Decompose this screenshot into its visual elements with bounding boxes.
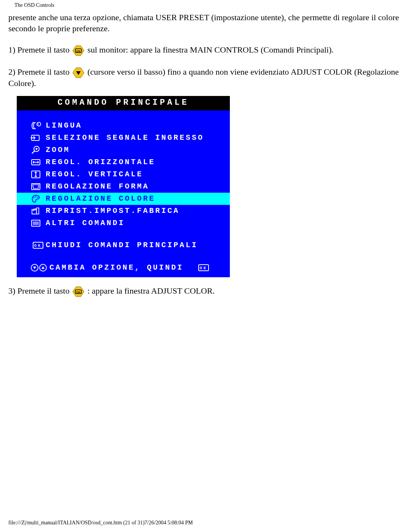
svg-line-11 <box>32 151 35 153</box>
page-header-title: The OSD Controls <box>14 2 54 8</box>
ok-button-icon: OK <box>72 45 84 56</box>
osd-item-label: ZOOM <box>46 145 226 155</box>
osd-body: ? LINGUA SELEZIONE SEGNALE INGRESSO <box>17 110 230 277</box>
language-icon: ? <box>30 121 46 130</box>
horizontal-adjust-icon <box>30 158 46 167</box>
step-3-post: : appare la finestra ADJUST COLOR. <box>88 286 215 296</box>
osd-item-extra[interactable]: ALTRI COMANDI <box>17 217 230 229</box>
step-1: 1) Premete il tasto OK sul monitor: appa… <box>8 45 403 56</box>
osd-item-input-signal[interactable]: SELEZIONE SEGNALE INGRESSO <box>17 132 230 144</box>
osd-item-vertical[interactable]: REGOL. VERTICALE <box>17 168 230 181</box>
osd-footer-label: CAMBIA OPZIONE, QUINDI <box>49 263 198 273</box>
svg-text:OK: OK <box>76 50 81 53</box>
osd-item-shape[interactable]: REGOLAZIONE FORMA <box>17 181 230 193</box>
up-down-nav-icon <box>30 264 49 272</box>
step-2-pre: 2) Premete il tasto <box>8 67 72 77</box>
osd-item-label: REGOL. ORIZZONTALE <box>46 157 226 167</box>
osd-title: COMANDO PRINCIPALE <box>17 96 230 111</box>
step-3: 3) Premete il tasto OK : appare la fines… <box>8 286 403 297</box>
osd-panel: COMANDO PRINCIPALE ? LINGUA <box>17 96 230 278</box>
svg-marker-28 <box>41 266 45 269</box>
vertical-adjust-icon <box>30 170 46 179</box>
page-footer: file:///Z|/multi_manual/ITALIAN/OSD/osd_… <box>8 520 193 526</box>
osd-item-label: REGOL. VERTICALE <box>46 169 226 179</box>
osd-close-label: CHIUDI COMANDI PRINCIPALI <box>46 240 226 250</box>
svg-point-16 <box>35 197 37 198</box>
svg-point-15 <box>33 197 35 198</box>
input-arrow-icon <box>30 133 46 142</box>
osd-item-label: REGOLAZIONE COLORE <box>46 194 230 204</box>
svg-text:OK: OK <box>200 266 207 270</box>
svg-text:OK: OK <box>34 244 42 248</box>
list-icon <box>30 219 46 228</box>
svg-text:OK: OK <box>76 291 81 294</box>
svg-marker-26 <box>33 267 36 269</box>
step-1-pre: 1) Premete il tasto <box>8 45 72 54</box>
factory-icon <box>30 206 46 216</box>
down-arrow-button-icon <box>72 67 84 78</box>
page-header: The OSD Controls <box>0 0 411 8</box>
osd-footer: CAMBIA OPZIONE, QUINDI OK <box>17 259 230 277</box>
osd-item-label: SELEZIONE SEGNALE INGRESSO <box>46 133 226 143</box>
ok-box-icon: OK <box>30 241 46 249</box>
shape-adjust-icon <box>30 182 46 191</box>
step-2: 2) Premete il tasto (cursore verso il ba… <box>8 67 403 89</box>
osd-item-label: REGOLAZIONE FORMA <box>46 182 226 192</box>
svg-text:?: ? <box>37 123 41 126</box>
osd-item-zoom[interactable]: ZOOM <box>17 144 230 156</box>
step-3-pre: 3) Premete il tasto <box>8 286 72 296</box>
step-1-post: sul monitor: appare la finestra MAIN CON… <box>88 45 334 54</box>
osd-item-label: ALTRI COMANDI <box>46 218 226 228</box>
intro-paragraph: presente anche una terza opzione, chiama… <box>8 12 403 34</box>
osd-item-color[interactable]: REGOLAZIONE COLORE <box>17 193 230 205</box>
footer-text: file:///Z|/multi_manual/ITALIAN/OSD/osd_… <box>8 520 193 526</box>
svg-rect-18 <box>37 208 39 214</box>
svg-point-17 <box>37 197 38 198</box>
osd-item-lingua[interactable]: ? LINGUA <box>17 120 230 132</box>
osd-close[interactable]: OK CHIUDI COMANDI PRINCIPALI <box>17 239 230 251</box>
osd-item-label: RIPRIST.IMPOST.FABRICA <box>46 206 226 216</box>
osd-item-label: LINGUA <box>46 121 226 131</box>
palette-icon <box>30 194 46 203</box>
ok-button-icon: OK <box>72 286 84 297</box>
osd-item-horizontal[interactable]: REGOL. ORIZZONTALE <box>17 156 230 168</box>
osd-item-factory-reset[interactable]: RIPRIST.IMPOST.FABRICA <box>17 205 230 217</box>
zoom-icon <box>30 145 46 155</box>
ok-box-icon: OK <box>198 264 209 272</box>
